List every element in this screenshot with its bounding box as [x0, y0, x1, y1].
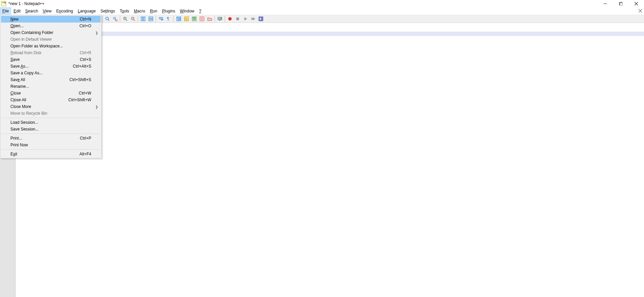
file-menu-print[interactable]: Print...Ctrl+P [1, 135, 101, 142]
menu-item-label: Exit [10, 152, 17, 156]
save-macro-icon[interactable] [257, 15, 265, 23]
zoom-in-icon[interactable] [121, 15, 129, 23]
menu-encoding[interactable]: Encoding [54, 7, 75, 14]
zoom-out-icon[interactable] [129, 15, 137, 23]
window-title: *new 1 - Notepad++ [8, 1, 44, 6]
menu-run[interactable]: Run [147, 7, 160, 14]
menu-view[interactable]: View [40, 7, 54, 14]
menu-item-label: Open Folder as Workspace... [10, 44, 63, 48]
menu-item-label: Rename... [10, 84, 29, 89]
folder-icon[interactable] [206, 15, 213, 23]
maximize-button[interactable] [613, 0, 629, 7]
svg-text:ab: ab [115, 19, 118, 22]
menu-item-shortcut: Ctrl+S [73, 57, 91, 62]
indent-guide-icon[interactable] [175, 15, 182, 23]
file-menu-save-a-copy-as[interactable]: Save a Copy As... [1, 70, 101, 76]
svg-text:fx: fx [185, 17, 188, 21]
play-icon[interactable] [241, 15, 249, 23]
svg-rect-47 [141, 17, 143, 21]
titlebar: *new 1 - Notepad++ [0, 0, 644, 7]
menu-plugins[interactable]: Plugins [160, 7, 177, 14]
menu-item-label: Open in Default Viewer [10, 37, 52, 42]
file-menu-print-now[interactable]: Print Now [1, 142, 101, 148]
menu-macro[interactable]: Macro [132, 7, 147, 14]
file-menu-reload-from-disk: Reload from DiskCtrl+R [1, 49, 101, 56]
minimize-button[interactable] [598, 0, 613, 7]
toolbar-separator [120, 16, 120, 22]
toolbar-separator [214, 16, 215, 22]
file-menu-open[interactable]: Open...Ctrl+O [1, 23, 101, 29]
svg-rect-61 [193, 17, 196, 18]
menu-item-label: Load Session... [10, 120, 38, 125]
svg-line-45 [134, 20, 135, 21]
play-multi-icon[interactable] [249, 15, 257, 23]
menu-item-label: Save As... [10, 64, 29, 69]
close-document-button[interactable] [637, 7, 644, 14]
svg-rect-48 [143, 17, 145, 21]
svg-rect-62 [193, 19, 196, 20]
file-menu-close[interactable]: CloseCtrl+W [1, 90, 101, 97]
menu-plugins-label: Plugins [162, 9, 175, 13]
menu-window[interactable]: Window [178, 7, 197, 14]
menu-view-label: View [43, 9, 52, 13]
file-menu-new[interactable]: NewCtrl+N [1, 16, 101, 23]
svg-rect-3 [620, 3, 622, 5]
file-menu-save-session[interactable]: Save Session... [1, 126, 101, 133]
menu-separator [1, 118, 100, 118]
file-menu-save-all[interactable]: Save AllCtrl+Shift+S [1, 76, 101, 83]
show-all-chars-icon[interactable]: ¶ [165, 15, 172, 23]
menu-item-label: New [10, 17, 19, 22]
menu-encoding-label: Encoding [56, 9, 73, 13]
menu-language[interactable]: Language [75, 7, 98, 14]
menu-item-label: Close All [10, 98, 26, 102]
wordwrap-icon[interactable] [157, 15, 165, 23]
menu-item-label: Close [10, 91, 21, 96]
toolbar-separator [173, 16, 174, 22]
file-menu-save[interactable]: SaveCtrl+S [1, 56, 101, 63]
svg-rect-68 [219, 20, 221, 21]
replace-icon[interactable]: ab [111, 15, 119, 23]
toolbar-separator [138, 16, 138, 22]
file-menu-dropdown: NewCtrl+NOpen...Ctrl+OOpen Containing Fo… [0, 15, 102, 158]
menu-item-shortcut: Ctrl+Shift+S [63, 77, 91, 82]
toolbar-separator [102, 16, 102, 22]
file-menu-close-more[interactable]: Close More❯ [1, 103, 101, 110]
file-menu-close-all[interactable]: Close AllCtrl+Shift+W [1, 97, 101, 103]
svg-point-69 [221, 18, 222, 19]
menu-item-shortcut: Ctrl+Alt+S [66, 64, 91, 69]
monitor-icon[interactable] [216, 15, 224, 23]
svg-line-41 [126, 20, 127, 21]
menu-item-shortcut: Ctrl+W [72, 91, 91, 96]
record-icon[interactable] [226, 15, 234, 23]
menu-item-label: Save [10, 57, 20, 62]
menu-tools[interactable]: Tools [117, 7, 132, 14]
lang-icon[interactable]: fx [182, 15, 190, 23]
menu-settings[interactable]: Settings [98, 7, 117, 14]
menu-file[interactable]: File [0, 7, 11, 14]
close-window-button[interactable] [629, 0, 644, 7]
menu-item-label: Save Session... [10, 127, 38, 132]
menu-item-shortcut: Ctrl+R [73, 50, 91, 55]
find-icon[interactable] [103, 15, 111, 23]
menu-item-shortcut: Alt+F4 [73, 152, 91, 156]
file-menu-open-containing-folder[interactable]: Open Containing Folder❯ [1, 29, 101, 36]
func-list-icon[interactable] [198, 15, 206, 23]
doc-map-icon[interactable] [190, 15, 198, 23]
menu-item-label: Print... [10, 136, 22, 141]
text-editor[interactable] [15, 36, 644, 297]
submenu-arrow-icon: ❯ [95, 105, 98, 109]
menu-file-label: File [2, 9, 9, 13]
menu-edit[interactable]: Edit [11, 7, 23, 14]
sync-v-icon[interactable] [139, 15, 147, 23]
sync-h-icon[interactable] [147, 15, 155, 23]
file-menu-exit[interactable]: ExitAlt+F4 [1, 151, 101, 157]
file-menu-rename[interactable]: Rename... [1, 83, 101, 90]
file-menu-open-folder-as-workspace[interactable]: Open Folder as Workspace... [1, 43, 101, 49]
menu-help[interactable]: ? [197, 7, 204, 14]
menu-search[interactable]: Search [23, 7, 40, 14]
toolbar-separator [156, 16, 156, 22]
file-menu-load-session[interactable]: Load Session... [1, 119, 101, 126]
stop-icon[interactable] [234, 15, 241, 23]
svg-point-70 [228, 17, 232, 21]
file-menu-save-as[interactable]: Save As...Ctrl+Alt+S [1, 63, 101, 70]
